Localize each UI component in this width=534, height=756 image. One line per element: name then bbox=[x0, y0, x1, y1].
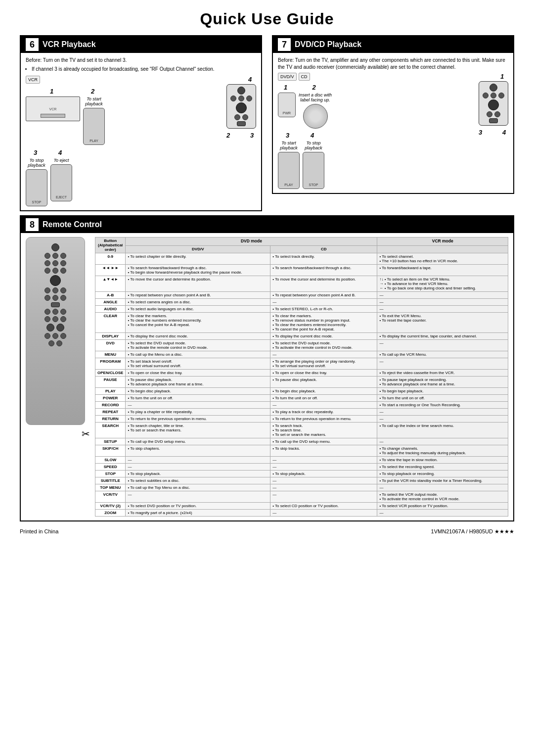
vcr-section: 6 VCR Playback Before: Turn on the TV an… bbox=[20, 35, 262, 211]
footer-left: Printed in China bbox=[20, 528, 58, 535]
dvd-logos: DVD/V CD bbox=[278, 73, 476, 81]
table-cell-vcr: • To pause tape playback or recording. •… bbox=[377, 377, 508, 388]
table-cell-vcr: — bbox=[377, 438, 508, 445]
r-row4 bbox=[44, 287, 66, 293]
dvd-right-remote-col: 1 bbox=[479, 73, 508, 189]
table-row: SUBTITLE• To select subtitles on a disc.… bbox=[95, 477, 508, 484]
table-cell-button: POWER bbox=[95, 395, 126, 402]
table-row: VCR/TV (2)• To select DVD position or TV… bbox=[95, 503, 508, 510]
th-dvd-mode: DVD mode bbox=[126, 237, 377, 246]
th-vcr-mode: VCR mode bbox=[377, 237, 508, 246]
vcr-header: 6 VCR Playback bbox=[21, 36, 261, 53]
table-cell-button: A-B bbox=[95, 292, 126, 299]
dvd-note: Before: Turn on the TV, amplifier and an… bbox=[278, 57, 508, 71]
table-cell-button: SUBTITLE bbox=[95, 477, 126, 484]
table-cell-dvdv: — bbox=[126, 491, 270, 503]
vcr-device-1: VCR bbox=[26, 96, 80, 121]
table-cell-button: TOP MENU bbox=[95, 484, 126, 491]
r-btn4 bbox=[44, 260, 50, 266]
r-btn6 bbox=[60, 260, 66, 266]
r-btn25 bbox=[52, 333, 58, 339]
table-row: SETUP• To call up the DVD setup menu.• T… bbox=[95, 438, 508, 445]
table-cell-dvdv: • To display the current disc mode. bbox=[126, 333, 270, 340]
table-cell-cd: • To turn the unit on or off. bbox=[270, 395, 377, 402]
rb8 bbox=[237, 121, 246, 126]
vcr-steps-col: VCR 1 VCR bbox=[26, 76, 223, 206]
table-cell-cd: — bbox=[270, 299, 377, 306]
rb-row1 bbox=[230, 95, 252, 101]
table-cell-dvdv: — bbox=[126, 464, 270, 471]
r-btn9 bbox=[60, 268, 66, 274]
table-row: ZOOM• To magnify part of a picture. (x2/… bbox=[95, 510, 508, 517]
dvd-remote-3-label: PLAY bbox=[284, 183, 293, 187]
r-btn11 bbox=[52, 287, 58, 293]
table-row: RETURN• To return to the previous operat… bbox=[95, 416, 508, 423]
remote-section-number: 8 bbox=[26, 218, 39, 231]
table-cell-dvdv: — bbox=[126, 402, 270, 409]
table-row: REPEAT• To play a chapter or title repea… bbox=[95, 409, 508, 416]
table-cell-vcr: — bbox=[377, 340, 508, 351]
table-cell-cd: • To return to the previous operation in… bbox=[270, 416, 377, 423]
tape-slot-1 bbox=[41, 114, 65, 118]
vcr-device-1-label: VCR bbox=[49, 107, 57, 111]
table-cell-vcr: • To select VCR position or TV position. bbox=[377, 503, 508, 510]
dvd-power-btn: PWR bbox=[278, 93, 296, 117]
dvd-step-4: 4 To stopplayback STOP bbox=[303, 132, 324, 189]
dvd-step4-label: To stopplayback bbox=[305, 141, 322, 150]
th-vcr bbox=[377, 245, 508, 253]
table-cell-vcr: • To turn the unit on or off. bbox=[377, 395, 508, 402]
dvd-disc-icon bbox=[303, 104, 328, 129]
dvd-steps-top: 1 PWR 2 Insert a disc withlabel facing u… bbox=[278, 84, 476, 129]
table-cell-button: ▲▼◄► bbox=[95, 276, 126, 292]
table-cell-cd: • To stop playback. bbox=[270, 471, 377, 477]
r-row2 bbox=[44, 260, 66, 266]
vcr-right-remote-col: 4 bbox=[226, 76, 256, 206]
table-cell-dvdv: — bbox=[126, 457, 270, 464]
r-btn28 bbox=[56, 340, 62, 346]
r-btn23 bbox=[56, 324, 64, 331]
vcr-step-3: 3 To stopplayback STOP bbox=[26, 149, 47, 206]
vcr-section-inner: 6 VCR Playback Before: Turn on the TV an… bbox=[20, 35, 262, 211]
table-cell-dvdv: • To select subtitles on a disc. bbox=[126, 477, 270, 484]
table-cell-vcr: • To change channels. • To adjust the tr… bbox=[377, 445, 508, 457]
table-cell-vcr: — bbox=[377, 306, 508, 313]
vcr-section-label: VCR Playback bbox=[43, 40, 96, 49]
r-nav-ring bbox=[50, 275, 61, 286]
table-cell-vcr: — bbox=[377, 484, 508, 491]
table-row: A-B• To repeat between your chosen point… bbox=[95, 292, 508, 299]
table-cell-dvdv: • To repeat between your chosen point A … bbox=[126, 292, 270, 299]
dvd-rb3 bbox=[490, 93, 496, 98]
table-cell-vcr: • To select channel. • The +10 button ha… bbox=[377, 253, 508, 265]
table-row: STOP• To stop playback.• To stop playbac… bbox=[95, 471, 508, 477]
table-row: ◄◄ ►►• To search forward/backward throug… bbox=[95, 265, 508, 276]
vcr-bottom-step-nums: 2 3 bbox=[226, 130, 256, 139]
dvd-remote-4-label: STOP bbox=[309, 183, 318, 187]
dvd-step2-label: Insert a disc withlabel facing up. bbox=[299, 93, 332, 102]
vcr-step1-num: 1 bbox=[50, 88, 56, 95]
table-cell-dvdv: • To select audio languages on a disc. bbox=[126, 306, 270, 313]
table-cell-vcr: — bbox=[377, 358, 508, 370]
vcr-step-4: 4 To eject EJECT bbox=[50, 149, 72, 206]
dvd-steps-bottom: 3 To startplayback PLAY 4 To stopplaybac… bbox=[278, 132, 476, 189]
r-btn22 bbox=[46, 324, 54, 331]
dvd-step4-num: 4 bbox=[311, 132, 316, 139]
table-cell-cd: — bbox=[270, 510, 377, 517]
footer-right: 1VMN21067A / H9805UD ★★★★ bbox=[431, 528, 514, 535]
table-cell-vcr: — bbox=[377, 409, 508, 416]
rb7 bbox=[242, 114, 248, 120]
vcr-logo: VCR bbox=[26, 76, 40, 84]
r-btn18 bbox=[60, 309, 66, 315]
dvd-header: 7 DVD/CD Playback bbox=[273, 36, 513, 53]
table-cell-button: MENU bbox=[95, 351, 126, 358]
r-btn24 bbox=[44, 333, 50, 339]
dvd-rb2 bbox=[483, 93, 489, 98]
table-cell-dvdv: • To set black level on/off. • To set vi… bbox=[126, 358, 270, 370]
vcr-bottom-num3: 3 bbox=[250, 132, 256, 139]
rb3 bbox=[238, 95, 244, 101]
dvd-rb4 bbox=[498, 93, 504, 98]
r-btn16 bbox=[44, 309, 50, 315]
table-row: ▲▼◄►• To move the cursor and determine i… bbox=[95, 276, 508, 292]
table-cell-dvdv: • To search forward/backward through a d… bbox=[126, 265, 270, 276]
r-btn26 bbox=[60, 333, 66, 339]
table-row: MENU• To call up the Menu on a disc.—• T… bbox=[95, 351, 508, 358]
